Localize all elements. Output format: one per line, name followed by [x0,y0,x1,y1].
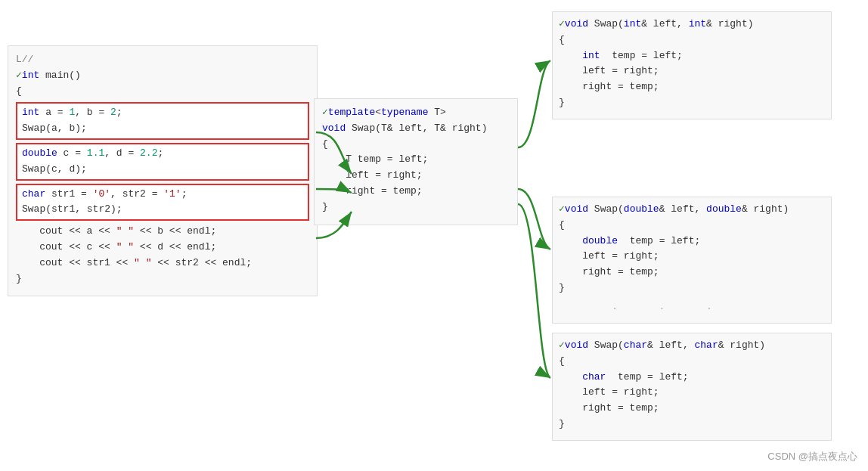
double-decl: double c = 1.1, d = 2.2; [22,146,303,162]
template-decl: ✓template<typename T> [322,105,510,121]
close-brace-char: } [559,417,825,432]
main-decl: ✓int main() [16,68,309,84]
int-left-right: left = right; [559,64,825,79]
right-panel-int: ✓void Swap(int& left, int& right) { int … [552,11,832,119]
int-decl: int a = 1, b = 2; [22,105,303,121]
watermark: CSDN @搞点夜点心 [767,450,857,463]
int-temp: int temp = left; [559,48,825,64]
arrow-middle-to-double [518,189,550,249]
int-right-temp: right = temp; [559,79,825,95]
char-temp: char temp = left; [559,370,825,386]
swap-cd: Swap(c, d); [22,162,303,178]
right-panel-char: ✓void Swap(char& left, char& right) { ch… [552,333,832,441]
swap-template-decl: void Swap(T& left, T& right) [322,121,510,137]
double-temp: double temp = left; [559,234,825,249]
red-box-char: char str1 = '0', str2 = '1'; Swap(str1, … [16,184,309,222]
cout-cd: cout << c << " " << d << endl; [16,240,309,256]
close-brace-int: } [559,95,825,111]
double-right-temp: right = temp; [559,265,825,280]
red-box-int: int a = 1, b = 2; Swap(a, b); [16,102,309,140]
char-left-right: left = right; [559,385,825,401]
dots: . . . [559,299,825,315]
comment-line: L// [16,52,309,68]
red-box-double: double c = 1.1, d = 2.2; Swap(c, d); [16,143,309,181]
close-brace-double: } [559,280,825,296]
left-right: left = right; [322,168,510,184]
arrow-middle-to-int [518,60,550,147]
left-panel: L// ✓int main() { int a = 1, b = 2; Swap… [8,45,318,296]
int-swap-decl: ✓void Swap(int& left, int& right) [559,17,825,33]
open-brace-int: { [559,33,825,48]
close-brace-template: } [322,200,510,215]
char-decl: char str1 = '0', str2 = '1'; [22,187,303,203]
open-brace-template: { [322,137,510,153]
cout-str: cout << str1 << " " << str2 << endl; [16,256,309,271]
double-swap-decl: ✓void Swap(double& left, double& right) [559,202,825,218]
char-swap-decl: ✓void Swap(char& left, char& right) [559,338,825,354]
cout-ab: cout << a << " " << b << endl; [16,224,309,240]
close-brace-main: } [16,271,309,287]
arrow-middle-to-char [518,204,550,378]
open-brace-char: { [559,354,825,370]
swap-str: Swap(str1, str2); [22,202,303,218]
middle-panel: ✓template<typename T> void Swap(T& left,… [314,98,518,225]
open-brace-double: { [559,218,825,234]
right-temp: right = temp; [322,184,510,200]
double-left-right: left = right; [559,249,825,265]
main-container: L// ✓int main() { int a = 1, b = 2; Swap… [0,0,868,471]
right-panel-double: ✓void Swap(double& left, double& right) … [552,197,832,324]
char-right-temp: right = temp; [559,401,825,417]
swap-ab: Swap(a, b); [22,121,303,137]
open-brace: { [16,84,309,100]
t-temp: T temp = left; [322,152,510,168]
